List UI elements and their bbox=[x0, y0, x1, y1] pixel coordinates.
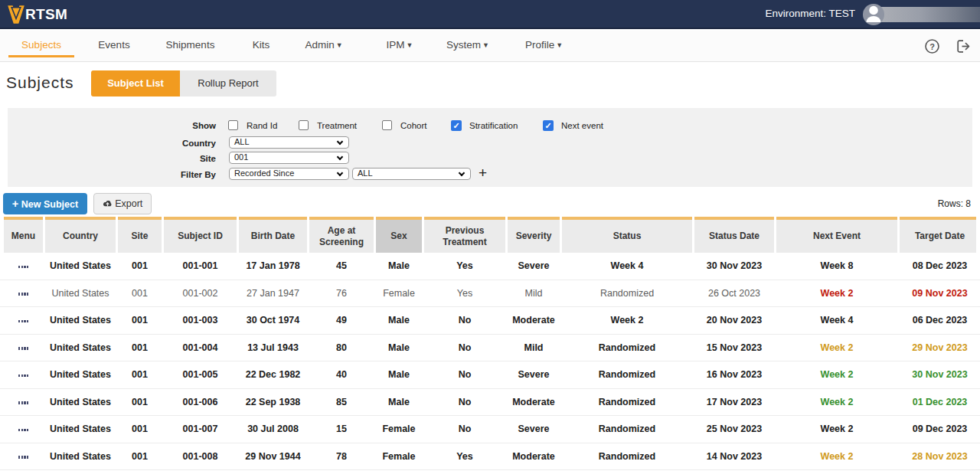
svg-text:?: ? bbox=[929, 42, 935, 51]
